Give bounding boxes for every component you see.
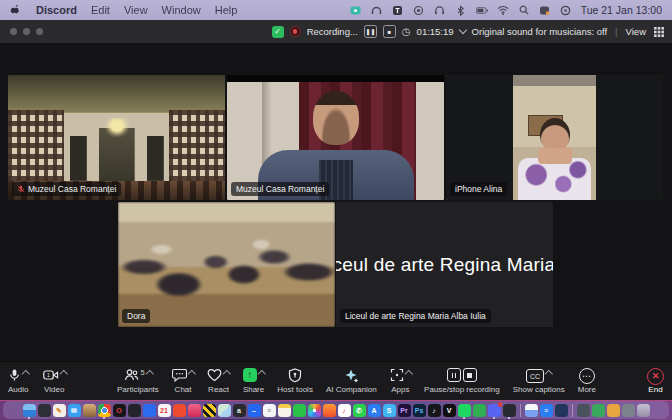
- dock-app-v-app[interactable]: V: [443, 404, 456, 417]
- zoom-toolbar: Audio1Video 5ParticipantsChatReact↑Share…: [0, 361, 672, 400]
- end-meeting-button[interactable]: ✕ End: [647, 368, 664, 394]
- window-traffic-lights[interactable]: [10, 28, 43, 35]
- dock-app-skype[interactable]: S: [383, 404, 396, 417]
- share-button[interactable]: ↑Share: [243, 368, 265, 394]
- dock-app-app-store[interactable]: A: [368, 404, 381, 417]
- chevron-up-icon[interactable]: [22, 370, 30, 378]
- dock-app-music-app[interactable]: ♪: [338, 404, 351, 417]
- chevron-up-icon[interactable]: [59, 370, 67, 378]
- menu-item-help[interactable]: Help: [215, 4, 238, 16]
- dock-app-launchpad[interactable]: [38, 404, 51, 417]
- dock-app-whatsapp[interactable]: ✆: [353, 404, 366, 417]
- dock-app-blue-app[interactable]: [143, 404, 156, 417]
- ai-companion-button[interactable]: AI Companion: [326, 368, 377, 394]
- dock-app-arc-browser[interactable]: [525, 404, 538, 417]
- dock-app-orange-app[interactable]: [173, 404, 186, 417]
- dock-app-chrome[interactable]: [98, 404, 111, 417]
- show-captions-button[interactable]: CCShow captions: [513, 368, 565, 394]
- menu-item-view[interactable]: View: [124, 4, 148, 16]
- dock-app-mail[interactable]: ✉: [68, 404, 81, 417]
- chevron-up-icon[interactable]: [404, 370, 412, 378]
- dock-app-reminders-app[interactable]: ≡: [263, 404, 276, 417]
- zoom-window-button[interactable]: [36, 28, 43, 35]
- dock-app-camera-app[interactable]: [503, 404, 516, 417]
- audio-button[interactable]: Audio: [8, 368, 29, 394]
- chevron-up-icon[interactable]: [146, 370, 154, 378]
- chevron-up-icon[interactable]: [545, 370, 553, 378]
- battery-icon[interactable]: [476, 4, 488, 16]
- dock-app-window-thumb-2[interactable]: [622, 404, 635, 417]
- dock-app-downloads-folder[interactable]: [592, 404, 605, 417]
- dock-separator: [572, 404, 573, 417]
- control-center-icon[interactable]: [560, 4, 572, 16]
- chat-button[interactable]: Chat: [172, 368, 195, 394]
- dock-app-notes-app[interactable]: [278, 404, 291, 417]
- video-tile-alina[interactable]: iPhone Alina: [446, 75, 663, 200]
- teal-app-icon[interactable]: [350, 4, 362, 16]
- menu-item-edit[interactable]: Edit: [91, 4, 110, 16]
- headphones-icon[interactable]: [434, 4, 446, 16]
- original-sound-toggle[interactable]: Original sound for musicians: off: [472, 26, 608, 37]
- dock-app-calendar[interactable]: 21: [158, 404, 171, 417]
- input-source-icon[interactable]: [539, 4, 551, 16]
- dock-app-tiktok[interactable]: ♪: [428, 404, 441, 417]
- chevron-up-icon[interactable]: [258, 370, 266, 378]
- dock-app-books-app[interactable]: [83, 404, 96, 417]
- search-icon[interactable]: [518, 4, 530, 16]
- apple-menu-icon[interactable]: [10, 4, 22, 16]
- dock-app-maps-app[interactable]: [218, 404, 231, 417]
- dark-a-app-glyph: a: [237, 407, 241, 414]
- dock-app-dark-a-app[interactable]: a: [233, 404, 246, 417]
- more-button[interactable]: ⋯More: [578, 368, 596, 394]
- host-tools-button[interactable]: Host tools: [277, 368, 313, 394]
- arch-app-icon[interactable]: [371, 4, 383, 16]
- minimize-window-button[interactable]: [23, 28, 30, 35]
- dock-app-photoshop[interactable]: Ps: [413, 404, 426, 417]
- dock-app-spotify[interactable]: [458, 404, 471, 417]
- video-tile-host[interactable]: Muzeul Casa Romanței: [227, 75, 444, 200]
- chevron-up-icon[interactable]: [223, 370, 231, 378]
- react-button[interactable]: React: [207, 368, 230, 394]
- stop-recording-button[interactable]: ■: [383, 25, 396, 38]
- dock-app-window-thumb[interactable]: [577, 404, 590, 417]
- dock-app-hazard-app[interactable]: [203, 404, 216, 417]
- view-button[interactable]: View: [626, 26, 646, 37]
- share-icon: ↑: [243, 368, 257, 382]
- menu-item-window[interactable]: Window: [162, 4, 201, 16]
- app-store-glyph: A: [371, 407, 376, 414]
- participants-button[interactable]: 5Participants: [117, 368, 159, 394]
- dock-app-finder[interactable]: [23, 404, 36, 417]
- dock-app-green-app[interactable]: [473, 404, 486, 417]
- timer-chevron-icon[interactable]: [458, 26, 466, 34]
- video-tile-museum[interactable]: Muzeul Casa Romanței: [8, 75, 225, 200]
- menubar-clock[interactable]: Tue 21 Jan 13:00: [581, 4, 662, 16]
- dock-app-opera[interactable]: O: [113, 404, 126, 417]
- dock-app-video-app[interactable]: [128, 404, 141, 417]
- dock-app-blue-dash-app[interactable]: –: [248, 404, 261, 417]
- video-tile-school-text[interactable]: Liceul de arte Regina Maria... Liceul de…: [336, 202, 553, 327]
- dock-app-gradient-app[interactable]: [323, 404, 336, 417]
- close-window-button[interactable]: [10, 28, 17, 35]
- view-grid-icon[interactable]: [654, 27, 664, 37]
- dock-app-premiere[interactable]: Pr: [398, 404, 411, 417]
- dock-app-trash[interactable]: [637, 404, 650, 417]
- wifi-icon[interactable]: [497, 4, 509, 16]
- video-button[interactable]: 1Video: [43, 368, 67, 394]
- bluetooth-icon[interactable]: [455, 4, 467, 16]
- apps-button[interactable]: Apps: [390, 368, 412, 394]
- video-tile-classroom[interactable]: Dora: [118, 202, 335, 327]
- dock-app-numbers-app[interactable]: [293, 404, 306, 417]
- pause-stop-recording-button[interactable]: Pause/stop recording: [424, 368, 500, 394]
- chevron-up-icon[interactable]: [188, 370, 196, 378]
- dock-app-docs-app[interactable]: ≡: [540, 404, 553, 417]
- dock-app-globe-app[interactable]: [555, 404, 568, 417]
- record-status-icon[interactable]: [413, 4, 425, 16]
- dock-app-photos-app[interactable]: [308, 404, 321, 417]
- t-square-app-icon[interactable]: [392, 4, 404, 16]
- active-app-name[interactable]: Discord: [36, 4, 77, 16]
- dock-app-compose-app[interactable]: ✎: [53, 404, 66, 417]
- dock-app-orange-folder[interactable]: [607, 404, 620, 417]
- dock-app-discord[interactable]: [488, 404, 501, 417]
- pause-recording-button[interactable]: ❚❚: [364, 25, 377, 38]
- dock-app-pink-app[interactable]: [188, 404, 201, 417]
